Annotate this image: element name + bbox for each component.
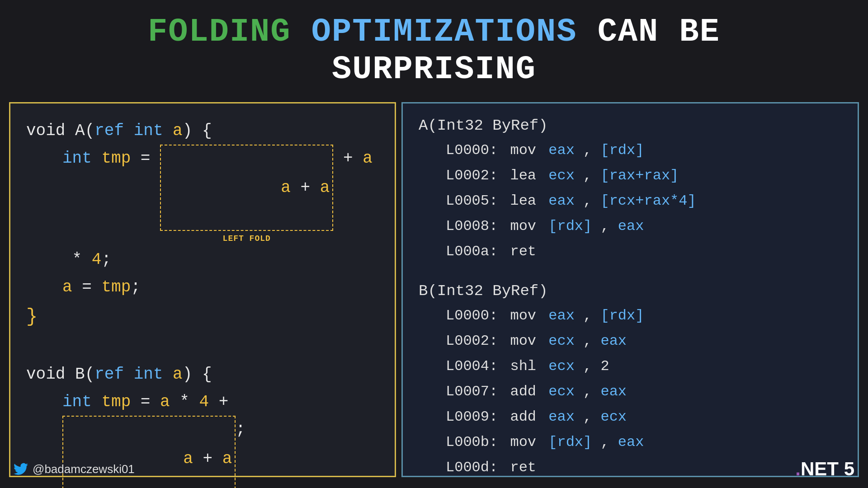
- function-a-block: void A( ref int a ) { int tmp = a + a LE…: [26, 117, 379, 333]
- net-dot: .: [795, 458, 801, 479]
- twitter-icon: [14, 462, 28, 476]
- net-number: 5: [844, 458, 854, 479]
- var-tmp-assign: tmp: [101, 273, 131, 301]
- net-badge: .NET 5: [795, 458, 854, 480]
- keyword-int: int: [134, 117, 173, 145]
- asm-b-l0002: L0002: mov ecx , eax: [419, 328, 842, 354]
- right-asm-panel: A(Int32 ByRef) L0000: mov eax , [rdx] L0…: [401, 102, 859, 477]
- num-4-b: 4: [199, 388, 209, 416]
- footer: @badamczewski01 .NET 5: [14, 458, 854, 480]
- title-optimizations: OPTIMIZATIONS: [311, 14, 577, 51]
- var-a-ref1: a: [363, 145, 373, 172]
- twitter-handle: @badamczewski01: [14, 462, 135, 476]
- title-folding: FOLDING: [148, 14, 291, 51]
- left-code-panel: void A( ref int a ) { int tmp = a + a LE…: [9, 102, 396, 477]
- asm-a-l0005: L0005: lea eax , [rcx+rax*4]: [419, 188, 842, 214]
- left-fold-highlight: a + a: [160, 145, 333, 231]
- net-text: NET: [801, 458, 844, 479]
- param-a: a: [173, 117, 183, 145]
- keyword-void-b: void: [26, 361, 75, 388]
- function-a-line1: int tmp = a + a LEFT FOLD + a * 4 ;: [62, 145, 379, 273]
- function-a-close: }: [26, 301, 379, 333]
- asm-b-l000b: L000b: mov [rdx] , eax: [419, 430, 842, 455]
- asm-a-l000a: L000a: ret: [419, 239, 842, 264]
- keyword-ref-b: ref: [94, 361, 133, 388]
- keyword-ref: ref: [94, 117, 133, 145]
- asm-a-l0000: L0000: mov eax , [rdx]: [419, 138, 842, 163]
- function-a-signature: void A( ref int a ) {: [26, 117, 379, 145]
- param-b: a: [173, 361, 183, 388]
- num-4-a: 4: [92, 246, 102, 273]
- kw-int-tmp: int: [62, 145, 101, 172]
- function-a-line2: a = tmp ;: [62, 273, 379, 301]
- asm-b-l0009: L0009: add eax , ecx: [419, 404, 842, 430]
- op-eq: =: [131, 145, 160, 172]
- var-tmp-b: tmp: [101, 388, 131, 416]
- asm-section-a: A(Int32 ByRef) L0000: mov eax , [rdx] L0…: [419, 117, 842, 264]
- asm-a-l0008: L0008: mov [rdx] , eax: [419, 214, 842, 239]
- var-a-b1: a: [160, 388, 170, 416]
- kw-int-tmp-b: int: [62, 388, 101, 416]
- twitter-username: @badamczewski01: [33, 462, 135, 476]
- var-a-assign: a: [62, 273, 72, 301]
- keyword-void: void: [26, 117, 75, 145]
- left-fold-label: LEFT FOLD: [223, 232, 271, 246]
- title-surprising: SURPRISING: [332, 51, 536, 88]
- semicolon-a: ;: [101, 246, 111, 273]
- keyword-int-b: int: [134, 361, 173, 388]
- title-can-be: CAN BE: [598, 14, 720, 51]
- op-eq-b: =: [131, 388, 160, 416]
- asm-title-a: A(Int32 ByRef): [419, 117, 842, 134]
- asm-b-l0007: L0007: add ecx , eax: [419, 379, 842, 404]
- asm-title-b: B(Int32 ByRef): [419, 282, 842, 300]
- header: FOLDING OPTIMIZATIONS CAN BE SURPRISING: [0, 0, 868, 98]
- asm-a-l0002: L0002: lea ecx , [rax+rax]: [419, 163, 842, 188]
- fn-close-paren-b: ) {: [183, 361, 212, 388]
- asm-b-l0004: L0004: shl ecx , 2: [419, 354, 842, 379]
- op-mul: *: [62, 246, 92, 273]
- fn-name-b: B(: [75, 361, 94, 388]
- asm-section-b: B(Int32 ByRef) L0000: mov eax , [rdx] L0…: [419, 282, 842, 480]
- function-b-signature: void B( ref int a ) {: [26, 361, 379, 388]
- var-tmp: tmp: [101, 145, 131, 172]
- content-area: void A( ref int a ) { int tmp = a + a LE…: [9, 102, 859, 477]
- fn-close-paren: ) {: [183, 117, 212, 145]
- asm-b-l0000: L0000: mov eax , [rdx]: [419, 303, 842, 328]
- fn-name-a: A(: [75, 117, 94, 145]
- op-plus: +: [333, 145, 363, 172]
